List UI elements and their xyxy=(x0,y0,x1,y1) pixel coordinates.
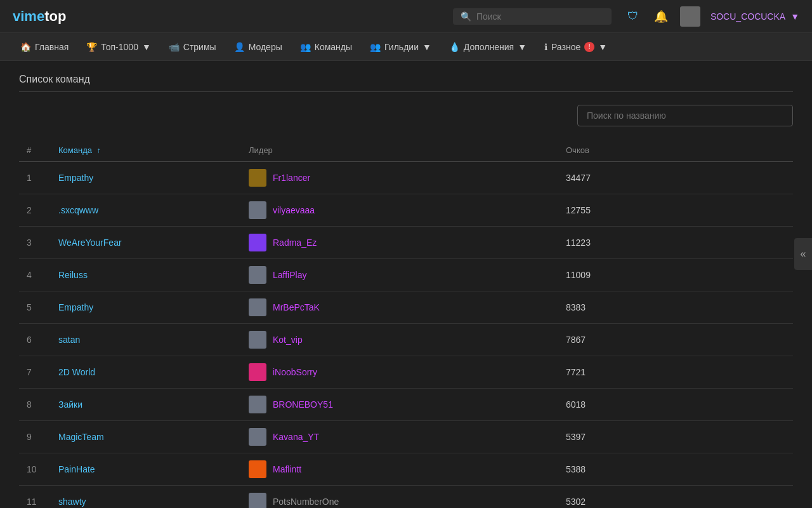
cell-rank: 10 xyxy=(19,453,51,486)
cell-leader: Maflintt xyxy=(241,453,558,486)
cell-rank: 8 xyxy=(19,389,51,421)
cell-points: 5302 xyxy=(558,486,793,509)
cell-team[interactable]: Empathy xyxy=(51,291,241,324)
table-search-area xyxy=(19,105,793,126)
col-points: Очков xyxy=(558,139,793,162)
table-search-input[interactable] xyxy=(577,105,793,126)
cell-team[interactable]: .sxcqwww xyxy=(51,194,241,227)
avatar-icon[interactable] xyxy=(680,6,700,27)
guilds-icon: 👥 xyxy=(370,42,381,52)
cell-team[interactable]: PainHate xyxy=(51,453,241,486)
nav-streams-label: Стримы xyxy=(183,42,216,52)
team-link[interactable]: Empathy xyxy=(58,302,93,312)
nav-teams[interactable]: 👥 Команды xyxy=(292,38,360,56)
cell-team[interactable]: shawty xyxy=(51,486,241,509)
info-icon: ℹ xyxy=(544,42,547,52)
sidebar-toggle[interactable]: « xyxy=(794,238,812,270)
cell-team[interactable]: WeAreYourFear xyxy=(51,227,241,259)
cell-rank: 7 xyxy=(19,356,51,389)
cell-points: 11009 xyxy=(558,259,793,291)
team-link[interactable]: shawty xyxy=(58,497,86,507)
teams-table: # Команда ↑ Лидер Очков 1 Empathy Fr1lan… xyxy=(19,139,793,508)
table-row: 8 Зайки BRONEBOY51 6018 xyxy=(19,389,793,421)
col-team[interactable]: Команда ↑ xyxy=(51,139,241,162)
table-row: 3 WeAreYourFear Radma_Ez 11223 xyxy=(19,227,793,259)
cell-team[interactable]: Empathy xyxy=(51,162,241,194)
leader-avatar xyxy=(249,428,266,446)
cell-team[interactable]: MagicTeam xyxy=(51,421,241,453)
leader-avatar xyxy=(249,169,266,187)
cell-leader: vilyaevaaa xyxy=(241,194,558,227)
leader-name[interactable]: Fr1lancer xyxy=(273,173,310,183)
leader-name[interactable]: Radma_Ez xyxy=(273,237,317,248)
cell-rank: 5 xyxy=(19,291,51,324)
header-search[interactable]: 🔍 xyxy=(453,8,612,25)
main-content: Список команд # Команда ↑ Лидер Очков 1 … xyxy=(0,61,812,508)
chevron-down-icon: ▼ xyxy=(422,42,431,52)
team-link[interactable]: 2D World xyxy=(58,367,95,377)
cell-rank: 1 xyxy=(19,162,51,194)
drop-icon: 💧 xyxy=(449,42,460,52)
logo[interactable]: vimetop xyxy=(13,8,66,25)
nav-guilds[interactable]: 👥 Гильдии ▼ xyxy=(362,38,439,56)
username: SOCU_COCUCKA xyxy=(710,11,785,22)
sort-arrow-icon: ↑ xyxy=(97,146,101,155)
user-menu[interactable]: SOCU_COCUCKA ▼ xyxy=(710,11,799,22)
leader-avatar xyxy=(249,266,266,284)
leader-avatar xyxy=(249,331,266,349)
search-input[interactable] xyxy=(476,11,604,22)
bell-icon[interactable]: 🔔 xyxy=(652,8,670,25)
leader-name[interactable]: MrBePcTaK xyxy=(273,302,320,312)
table-row: 10 PainHate Maflintt 5388 xyxy=(19,453,793,486)
leader-name[interactable]: vilyaevaaa xyxy=(273,205,315,215)
col-leader: Лидер xyxy=(241,139,558,162)
table-row: 6 satan Kot_vip 7867 xyxy=(19,324,793,356)
table-row: 2 .sxcqwww vilyaevaaa 12755 xyxy=(19,194,793,227)
leader-name[interactable]: iNoobSorry xyxy=(273,367,317,377)
table-header-row: # Команда ↑ Лидер Очков xyxy=(19,139,793,162)
team-link[interactable]: Зайки xyxy=(58,399,82,410)
shield-icon[interactable]: 🛡 xyxy=(624,8,642,25)
leader-avatar xyxy=(249,363,266,381)
leader-name[interactable]: PotsNumberOne xyxy=(273,497,339,507)
nav-top1000[interactable]: 🏆 Топ-1000 ▼ xyxy=(79,38,159,56)
leader-name[interactable]: Kavana_YT xyxy=(273,432,319,442)
cell-team[interactable]: 2D World xyxy=(51,356,241,389)
cell-rank: 3 xyxy=(19,227,51,259)
cell-leader: Kot_vip xyxy=(241,324,558,356)
leader-avatar xyxy=(249,460,266,478)
leader-name[interactable]: BRONEBOY51 xyxy=(273,399,333,410)
nav-home[interactable]: 🏠 Главная xyxy=(13,38,76,56)
team-link[interactable]: Empathy xyxy=(58,173,93,183)
chevron-down-icon: ▼ xyxy=(598,42,607,52)
nav-streams[interactable]: 📹 Стримы xyxy=(161,38,224,56)
cell-team[interactable]: Зайки xyxy=(51,389,241,421)
leader-avatar xyxy=(249,396,266,413)
team-link[interactable]: Reiluss xyxy=(58,270,88,280)
nav-addons[interactable]: 💧 Дополнения ▼ xyxy=(442,38,534,56)
leader-name[interactable]: Maflintt xyxy=(273,464,301,474)
leader-name[interactable]: Kot_vip xyxy=(273,335,303,345)
home-icon: 🏠 xyxy=(20,42,31,52)
cell-team[interactable]: satan xyxy=(51,324,241,356)
cell-points: 5397 xyxy=(558,421,793,453)
leader-name[interactable]: LaffiPlay xyxy=(273,270,306,280)
cell-points: 7867 xyxy=(558,324,793,356)
team-link[interactable]: .sxcqwww xyxy=(58,205,98,215)
cell-points: 8383 xyxy=(558,291,793,324)
cell-leader: LaffiPlay xyxy=(241,259,558,291)
cell-leader: MrBePcTaK xyxy=(241,291,558,324)
cell-leader: PotsNumberOne xyxy=(241,486,558,509)
search-icon: 🔍 xyxy=(461,11,471,22)
nav-moders[interactable]: 👤 Модеры xyxy=(226,38,290,56)
nav-addons-label: Дополнения xyxy=(464,42,514,52)
team-link[interactable]: WeAreYourFear xyxy=(58,237,122,248)
nav-misc[interactable]: ℹ Разное ! ▼ xyxy=(537,38,615,56)
team-link[interactable]: satan xyxy=(58,335,80,345)
team-link[interactable]: MagicTeam xyxy=(58,432,104,442)
leader-avatar xyxy=(249,298,266,316)
cell-team[interactable]: Reiluss xyxy=(51,259,241,291)
table-row: 5 Empathy MrBePcTaK 8383 xyxy=(19,291,793,324)
moders-icon: 👤 xyxy=(234,42,245,52)
team-link[interactable]: PainHate xyxy=(58,464,95,474)
